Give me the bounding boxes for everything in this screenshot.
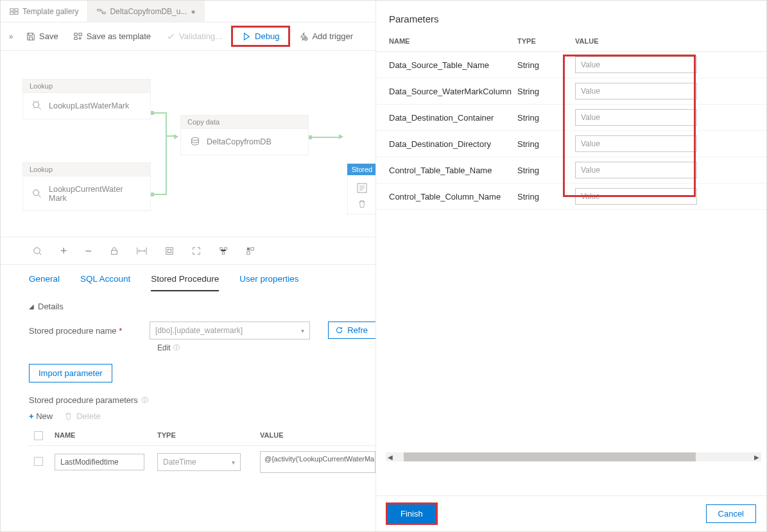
panel-footer: Finish Cancel [375, 495, 766, 531]
sp-name-select[interactable]: [dbo].[update_watermark] ▾ [150, 322, 310, 339]
svg-rect-20 [222, 252, 225, 255]
add-trigger-button[interactable]: Add trigger [293, 29, 359, 44]
fit-screen-icon[interactable] [165, 246, 174, 255]
param-value-input[interactable] [575, 188, 697, 205]
activity-stored-procedure[interactable]: Stored [347, 164, 377, 214]
script-icon [356, 182, 368, 194]
connector-arrow-icon [339, 134, 343, 139]
col-name: NAME [55, 431, 157, 442]
svg-rect-8 [74, 37, 77, 39]
sp-name-label: Stored procedure name [29, 326, 143, 336]
svg-rect-22 [251, 248, 254, 250]
chevron-down-icon: ▾ [301, 327, 304, 334]
expand-toggle-icon[interactable]: » [4, 32, 17, 41]
tab-sql-account[interactable]: SQL Account [80, 274, 130, 291]
activity-type-label: Lookup [22, 79, 151, 93]
edit-link[interactable]: Edit [157, 343, 171, 352]
svg-rect-5 [103, 12, 105, 13]
param-grid-row: DateTime ▾ @{activity('LookupCurrentWate… [29, 446, 375, 478]
svg-rect-0 [10, 8, 13, 11]
connector-arrow-icon [174, 134, 178, 139]
activity-name: DeltaCopyfromDB [207, 137, 271, 146]
col-value: VALUE [260, 431, 363, 442]
param-value-input[interactable] [575, 135, 697, 152]
tab-general[interactable]: General [29, 274, 60, 291]
trigger-icon [299, 32, 308, 41]
tab-user-properties[interactable]: User properties [239, 274, 298, 291]
finish-button[interactable]: Finish [388, 504, 436, 523]
param-type-select[interactable]: DateTime ▾ [157, 453, 241, 471]
new-param-button[interactable]: + New [29, 411, 53, 421]
pipeline-toolbar: » Save Save as template Validating... De… [1, 22, 375, 51]
layout-icon[interactable] [246, 246, 255, 255]
connector-line [166, 137, 167, 195]
scrollbar-thumb[interactable] [404, 452, 696, 461]
expand-icon[interactable] [192, 246, 201, 255]
zoom-search-icon[interactable] [33, 246, 42, 256]
param-value-input[interactable] [575, 109, 697, 126]
activity-lookup-current[interactable]: Lookup LookupCurrentWater Mark [22, 162, 151, 211]
param-name: Data_Destination_Container [389, 113, 517, 123]
svg-rect-21 [247, 248, 250, 250]
zoom-out-icon[interactable]: − [85, 245, 92, 257]
tab-label: Template gallery [22, 7, 78, 16]
sp-name-value: [dbo].[update_watermark] [155, 326, 243, 335]
save-icon [26, 32, 35, 41]
param-table-body: Data_Source_Table_NameStringData_Source_… [376, 52, 766, 210]
svg-point-12 [192, 137, 199, 141]
svg-rect-16 [166, 248, 173, 255]
chevron-down-icon: ▾ [232, 459, 235, 466]
zoom-in-icon[interactable]: + [60, 245, 67, 257]
activity-detail-tabs: General SQL Account Stored Procedure Use… [1, 265, 375, 291]
refresh-button[interactable]: Refre [328, 322, 375, 339]
save-button[interactable]: Save [20, 29, 65, 44]
fit-width-icon[interactable] [137, 246, 147, 255]
details-header[interactable]: ◢ Details [29, 302, 375, 311]
refresh-icon [335, 326, 343, 334]
row-checkbox[interactable] [34, 457, 43, 466]
svg-point-14 [34, 247, 40, 253]
import-parameter-button[interactable]: Import parameter [29, 364, 112, 382]
param-type: String [517, 166, 575, 175]
finish-highlight: Finish [386, 502, 438, 525]
play-icon [242, 32, 251, 41]
pipeline-canvas[interactable]: Lookup LookupLastWaterMark Lookup Lookup… [1, 51, 375, 237]
param-type: String [517, 192, 575, 202]
svg-rect-18 [220, 248, 223, 250]
details-label: Details [38, 302, 64, 311]
lookup-icon [31, 99, 44, 112]
organize-icon[interactable] [219, 246, 228, 255]
param-name-input[interactable] [55, 454, 144, 470]
select-all-checkbox[interactable] [34, 431, 43, 440]
tab-template-gallery[interactable]: Template gallery [1, 1, 88, 22]
param-value-input[interactable] [575, 162, 697, 178]
lock-icon[interactable] [110, 246, 119, 255]
cancel-button[interactable]: Cancel [706, 504, 756, 523]
param-value-input[interactable] [575, 56, 697, 73]
param-name: Control_Table_Column_Name [389, 192, 517, 202]
check-icon [166, 32, 175, 41]
tab-stored-procedure[interactable]: Stored Procedure [151, 274, 219, 291]
delete-icon[interactable] [358, 200, 366, 209]
col-value: VALUE [575, 37, 766, 45]
scroll-right-icon[interactable]: ▶ [752, 454, 761, 461]
svg-rect-2 [10, 12, 13, 14]
param-name: Control_Table_Table_Name [389, 166, 517, 175]
param-value-input[interactable] [575, 83, 697, 99]
param-value-input[interactable]: @{activity('LookupCurrentWaterMark').out… [260, 451, 375, 473]
tab-current-pipeline[interactable]: DeltaCopyfromDB_u... ● [88, 1, 204, 22]
validating-status: Validating... [160, 29, 228, 44]
scroll-left-icon[interactable]: ◀ [386, 454, 395, 461]
horizontal-scrollbar[interactable]: ◀ ▶ [386, 452, 761, 461]
panel-title: Parameters [376, 1, 766, 28]
svg-point-11 [33, 189, 39, 195]
connector-line [166, 112, 167, 137]
svg-rect-15 [112, 250, 117, 254]
param-row: Data_Destination_DirectoryString [376, 131, 766, 157]
trash-icon [64, 412, 73, 420]
activity-copy-data[interactable]: Copy data DeltaCopyfromDB [180, 115, 309, 155]
activity-lookup-last[interactable]: Lookup LookupLastWaterMark [22, 79, 151, 119]
param-row: Data_Source_Table_NameString [376, 52, 766, 78]
debug-button[interactable]: Debug [231, 26, 290, 47]
save-as-template-button[interactable]: Save as template [67, 29, 157, 44]
